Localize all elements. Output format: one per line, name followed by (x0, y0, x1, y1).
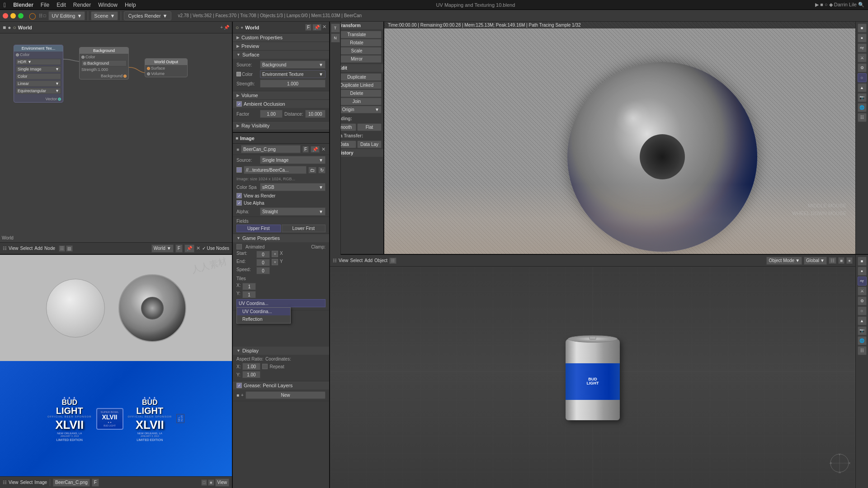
ao-factor-value[interactable]: 1.00 (260, 110, 283, 118)
add-icon[interactable]: + (220, 25, 223, 30)
rp-icon-2[interactable]: ● (858, 33, 867, 42)
volume-header[interactable]: ▶ Volume (233, 91, 329, 99)
sidebar-icon-1[interactable]: T (331, 23, 340, 33)
global-select[interactable]: Global▼ (804, 257, 827, 265)
repeat-checkbox[interactable] (262, 364, 268, 369)
use-nodes-check[interactable]: ✓ Use Nodes (202, 246, 229, 251)
rp-icon-6[interactable]: ○ (858, 73, 867, 82)
tile-y[interactable]: 1 (242, 291, 256, 298)
img-reload-btn[interactable]: ↻ (318, 167, 326, 174)
node-select-btn[interactable]: Select (20, 246, 33, 251)
rp-bottom-icon-6[interactable]: ○ (858, 306, 867, 315)
image-f-btn[interactable]: F (302, 146, 309, 153)
aspect-y[interactable]: 1.00 (242, 371, 260, 378)
render-engine-select[interactable]: Cycles Render ▼ (124, 11, 171, 20)
editor-mode-select[interactable]: UV Editing ▼ (48, 11, 85, 20)
pin-icon[interactable]: 📌 (224, 25, 229, 30)
ao-distance-value[interactable]: 10.000 (305, 110, 326, 118)
world-pin-btn[interactable]: 📌 (312, 24, 321, 31)
node-x-btn[interactable]: ✕ (196, 245, 200, 251)
ray-visibility-header[interactable]: ▶ Ray Visibility (233, 122, 329, 130)
3d-object-btn[interactable]: Object (374, 258, 387, 263)
use-alpha-checkbox[interactable]: ✓ (236, 200, 242, 206)
animated-checkbox[interactable] (236, 244, 242, 249)
3d-viewport[interactable]: ☷ View Select Add Object ☷ Object Mode▼ … (330, 255, 855, 488)
lower-first-btn[interactable]: Lower First (282, 225, 326, 232)
rp-icon-7[interactable]: ▲ (858, 83, 867, 92)
node-env-texture[interactable]: Environment Tex... Color HDR ▼ Single Im… (14, 45, 63, 103)
menu-edit[interactable]: Edit (57, 2, 66, 8)
grease-header[interactable]: ✓ Grease: Pencil Layers (233, 381, 329, 389)
tile-x[interactable]: 1 (242, 283, 256, 290)
3d-add-btn[interactable]: Add (364, 258, 373, 263)
image-canvas[interactable]: ▲ ▲ ▲ BUD LIGHT OFFICIAL BEER SPONSOR XL… (0, 255, 232, 476)
data-lay-btn[interactable]: Data Lay (357, 141, 382, 148)
sidebar-icon-2[interactable]: N (331, 33, 340, 42)
surface-header[interactable]: ▼ Surface (233, 51, 329, 59)
flat-btn[interactable]: Flat (357, 123, 382, 131)
view-render-checkbox[interactable]: ✓ (236, 193, 242, 198)
img-path-input[interactable]: //...textures/BeerCa... (244, 166, 307, 174)
img-filename[interactable]: BeerCan_C.png (53, 479, 90, 487)
img-browse-btn[interactable]: 🗀 (308, 167, 316, 174)
game-props-header[interactable]: ▼ Game Properties (233, 234, 329, 242)
uv-dropdown-item-uv[interactable]: UV Coordina... (237, 308, 290, 315)
menu-window[interactable]: Window (98, 2, 118, 8)
scene-select[interactable]: Scene ▼ (91, 11, 118, 20)
surface-color-dropdown[interactable]: Environment Texture ▼ (260, 70, 326, 78)
menu-file[interactable]: File (41, 2, 49, 8)
rp-bottom-icon-10[interactable]: ☷ (858, 346, 867, 355)
render-view[interactable]: Time:00:00.00 | Remaining:00:00.28 | Mem… (384, 22, 855, 254)
y-checkbox[interactable]: ✕ (272, 259, 278, 265)
rp-bottom-icon-1[interactable]: ■ (858, 257, 867, 266)
node-world-select[interactable]: World ▼ (151, 244, 174, 253)
rp-icon-5[interactable]: ⚙ (858, 63, 867, 72)
img-view-btn[interactable]: View (9, 480, 19, 485)
grease-checkbox[interactable]: ✓ (236, 383, 242, 388)
menu-help[interactable]: Help (125, 2, 136, 8)
speed-value[interactable]: 0 (256, 267, 270, 274)
traffic-yellow[interactable] (10, 13, 16, 19)
rp-bottom-icon-8[interactable]: 📷 (858, 326, 867, 335)
aspect-x[interactable]: 1.00 (242, 363, 260, 370)
node-f-btn[interactable]: F (175, 244, 183, 253)
3d-select-btn[interactable]: Select (350, 258, 363, 263)
start-value[interactable]: 0 (256, 251, 270, 258)
rp-icon-3[interactable]: 🛩 (858, 43, 867, 52)
viewport-icon-1[interactable]: ☷ (829, 257, 836, 264)
image-x-btn[interactable]: ✕ (321, 146, 326, 152)
uv-dropdown-item-reflection[interactable]: Reflection (237, 315, 290, 323)
ao-checkbox[interactable]: ✓ (236, 101, 242, 107)
node-add-btn[interactable]: Add (34, 246, 42, 251)
image-pin-btn[interactable]: 📌 (311, 146, 320, 153)
node-node-btn[interactable]: Node (44, 246, 55, 251)
3d-view-btn[interactable]: View (339, 258, 349, 263)
img-colorspace-dropdown[interactable]: sRGB▼ (260, 183, 326, 191)
rp-bottom-icon-2[interactable]: ● (858, 267, 867, 276)
3d-gizmo[interactable]: Y X -Y -X (828, 452, 851, 474)
traffic-red[interactable] (3, 13, 8, 19)
strength-slider[interactable]: 1.000 (260, 80, 326, 88)
node-view-btn[interactable]: View (9, 246, 19, 251)
image-name-display[interactable]: BeerCan_C.png (241, 145, 301, 153)
upper-first-btn[interactable]: Upper First (236, 225, 281, 232)
img-image-btn[interactable]: Image (34, 480, 47, 485)
uv-coords-btn[interactable]: UV Coordina... (236, 299, 326, 307)
world-f-btn[interactable]: F (305, 24, 311, 31)
rp-icon-8[interactable]: 📷 (858, 93, 867, 102)
rp-bottom-icon-3[interactable]: 🛩 (858, 277, 867, 286)
rp-icon-4[interactable]: ⚔ (858, 53, 867, 62)
node-background[interactable]: Background Color Background Strength:1.0… (79, 47, 129, 80)
alpha-type-dropdown[interactable]: Straight▼ (260, 207, 326, 216)
viewport-icon-2[interactable]: ■ (838, 257, 844, 264)
object-mode-select[interactable]: Object Mode▼ (766, 257, 802, 265)
menu-render[interactable]: Render (73, 2, 91, 8)
node-canvas[interactable]: Environment Tex... Color HDR ▼ Single Im… (0, 33, 232, 242)
img-select-btn[interactable]: Select (20, 480, 33, 485)
surface-source-value[interactable]: Background ▼ (260, 61, 326, 69)
traffic-green[interactable] (18, 13, 24, 19)
node-pin-btn[interactable]: 📌 (184, 244, 194, 253)
img-f-btn[interactable]: F (92, 479, 99, 487)
preview-header[interactable]: ▶ Preview (233, 42, 329, 50)
rp-bottom-icon-5[interactable]: ⚙ (858, 296, 867, 305)
